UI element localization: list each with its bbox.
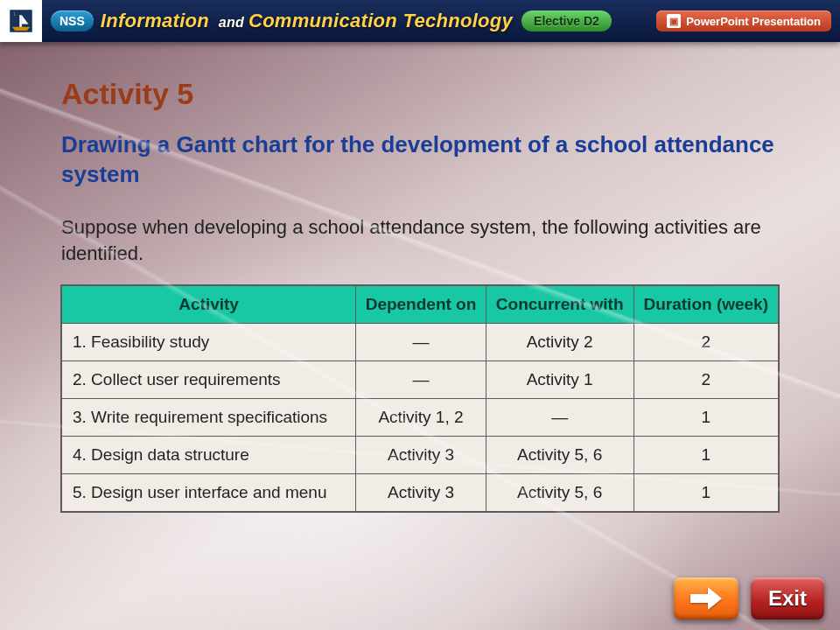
slide-content: Activity 5 Drawing a Gantt chart for the… (0, 42, 840, 512)
cell-activity: 2. Collect user requirements (62, 361, 356, 399)
slide-lead-text: Suppose when developing a school attenda… (61, 214, 779, 269)
cell-dur: 2 (634, 361, 778, 399)
table-row: 1. Feasibility study — Activity 2 2 (62, 324, 779, 361)
svg-rect-2 (19, 15, 22, 27)
cell-dep: Activity 1, 2 (356, 399, 486, 437)
cell-conc: Activity 5, 6 (486, 474, 634, 512)
cell-dur: 1 (634, 474, 778, 512)
table-row: 3. Write requirement specifications Acti… (62, 399, 779, 437)
arrow-right-icon (689, 584, 724, 613)
cell-activity: 5. Design user interface and menu (62, 474, 356, 512)
banner-title: Information and Communication Technology (101, 10, 513, 32)
ship-icon: L (6, 6, 36, 36)
exit-label: Exit (768, 586, 807, 611)
svg-text:L: L (13, 11, 16, 17)
col-dependent: Dependent on (356, 286, 486, 324)
cell-dur: 1 (634, 437, 778, 474)
top-banner: L NSS Information and Communication Tech… (0, 0, 840, 42)
cell-conc: Activity 2 (486, 324, 634, 361)
slide-heading: Activity 5 (61, 77, 779, 111)
cell-dep: — (356, 361, 486, 399)
table-row: 2. Collect user requirements — Activity … (62, 361, 779, 399)
cell-dep: — (356, 324, 486, 361)
cell-conc: Activity 5, 6 (486, 437, 634, 474)
title-word-information: Information (101, 10, 209, 32)
activities-table: Activity Dependent on Concurrent with Du… (61, 285, 779, 512)
cell-activity: 1. Feasibility study (62, 324, 356, 361)
publisher-logo: L (0, 0, 42, 42)
cell-dep: Activity 3 (356, 474, 486, 512)
cell-dep: Activity 3 (356, 437, 486, 474)
col-duration: Duration (week) (634, 286, 778, 324)
cell-dur: 1 (634, 399, 778, 437)
slide-subheading: Drawing a Gantt chart for the developmen… (61, 130, 779, 190)
cell-activity: 3. Write requirement specifications (62, 399, 356, 437)
cell-conc: — (486, 399, 634, 437)
table-header-row: Activity Dependent on Concurrent with Du… (62, 286, 779, 324)
cell-dur: 2 (634, 324, 778, 361)
table-row: 4. Design data structure Activity 3 Acti… (62, 437, 779, 474)
col-activity: Activity (62, 286, 356, 324)
title-word-comm-tech: Communication Technology (248, 10, 513, 32)
footer-buttons: Exit (674, 578, 824, 620)
next-button[interactable] (674, 578, 738, 620)
powerpoint-icon: ▣ (667, 14, 681, 28)
title-word-and: and (214, 15, 248, 30)
table-row: 5. Design user interface and menu Activi… (62, 474, 779, 512)
elective-badge: Elective D2 (522, 10, 612, 32)
cell-activity: 4. Design data structure (62, 437, 356, 474)
cell-conc: Activity 1 (486, 361, 634, 399)
powerpoint-label: PowerPoint Presentation (686, 15, 821, 28)
powerpoint-badge: ▣ PowerPoint Presentation (656, 10, 831, 32)
col-concurrent: Concurrent with (486, 286, 634, 324)
nss-badge: NSS (51, 10, 94, 32)
exit-button[interactable]: Exit (751, 578, 824, 620)
